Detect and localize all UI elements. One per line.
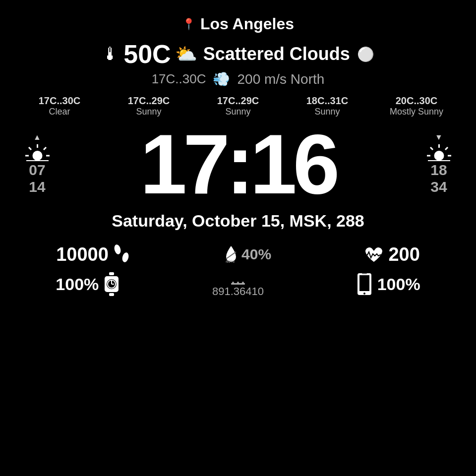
svg-rect-19	[109, 293, 114, 296]
humidity-row: 40% 40%	[224, 245, 271, 264]
forecast-cond-4: Mostly Sunny	[390, 107, 443, 117]
stats-row-2: 100% 891.36410	[10, 270, 466, 298]
barometer-item: 891.36410	[212, 270, 264, 298]
forecast-range-2: 17C..29C	[217, 95, 259, 107]
humidity-value: 40%	[241, 246, 271, 263]
phone-battery-item: 100%	[356, 272, 420, 296]
watch-battery-item: 100%	[56, 272, 120, 296]
wind-icon: 💨	[213, 71, 230, 87]
heart-rate-item: 200	[363, 244, 419, 265]
weather-main: 🌡 50C ⛅ Scattered Clouds ⚪	[102, 39, 374, 69]
svg-line-3	[44, 147, 46, 150]
sunrise-hour: 07	[29, 162, 45, 178]
wind-info: 200 m/s North	[237, 71, 324, 87]
forecast-range-4: 20C..30C	[396, 95, 438, 107]
steps-icon	[113, 243, 131, 265]
temp-range: 17C..30C	[152, 71, 206, 87]
svg-line-2	[29, 147, 31, 150]
forecast-cond-3: Sunny	[314, 107, 340, 117]
svg-point-28	[363, 293, 365, 295]
forecast-item-2: 17C..29C Sunny	[193, 95, 283, 117]
sunrise-arrow: ▲	[33, 133, 41, 142]
location-name: Los Angeles	[200, 15, 294, 33]
stats-row-1: 10000 40% 40%	[10, 243, 466, 265]
sunset-arrow: ▼	[435, 133, 443, 142]
forecast-range-3: 18C..31C	[306, 95, 349, 107]
thermometer-icon: 🌡	[102, 44, 119, 64]
forecast-range-0: 17C..30C	[39, 95, 81, 107]
cloud-icon: ⛅	[175, 44, 197, 64]
svg-point-0	[32, 151, 42, 161]
svg-rect-29	[362, 273, 367, 274]
date-display: Saturday, October 15, MSK, 288	[112, 211, 364, 231]
clock-area: ▲ 07 14 17:16 ▼	[10, 122, 466, 206]
forecast-item-3: 18C..31C Sunny	[283, 95, 372, 117]
heart-rate-value: 200	[388, 244, 419, 265]
forecast-item-0: 17C..30C Clear	[15, 95, 104, 117]
sunrise-panel: ▲ 07 14	[10, 133, 64, 195]
sunset-icon	[425, 142, 453, 162]
barometer-value: 891.36410	[212, 285, 264, 298]
phone-battery-value: 100%	[377, 275, 420, 294]
forecast-row: 17C..30C Clear 17C..29C Sunny 17C..29C S…	[10, 95, 466, 117]
sunset-panel: ▼ 18 34	[412, 133, 466, 195]
forecast-cond-1: Sunny	[136, 107, 161, 117]
sunset-hour: 18	[430, 162, 447, 178]
moon-icon: ⚪	[357, 46, 374, 62]
svg-line-9	[430, 147, 433, 150]
sunrise-minutes: 14	[29, 178, 45, 195]
svg-point-15	[121, 252, 129, 263]
forecast-cond-2: Sunny	[225, 107, 250, 117]
watch-battery-value: 100%	[56, 275, 99, 294]
sunset-minutes: 34	[430, 178, 447, 195]
location-icon: 📍	[182, 18, 195, 31]
svg-point-7	[434, 151, 444, 161]
svg-rect-27	[359, 275, 369, 291]
weather-sub: 17C..30C 💨 200 m/s North	[152, 71, 325, 87]
svg-rect-18	[109, 272, 114, 275]
svg-line-10	[445, 147, 448, 150]
main-temp: 50C	[123, 39, 171, 69]
forecast-item-1: 17C..29C Sunny	[104, 95, 193, 117]
forecast-range-1: 17C..29C	[128, 95, 170, 107]
svg-rect-25	[231, 283, 245, 285]
sunrise-icon	[24, 142, 51, 162]
center-block: 40% 40%	[224, 245, 271, 264]
clock-display: 17:16	[64, 122, 412, 206]
steps-item: 10000	[56, 243, 131, 265]
humidity-icon: 40%	[224, 245, 238, 264]
watch-icon	[103, 272, 120, 296]
svg-point-14	[113, 244, 121, 255]
steps-value: 10000	[56, 244, 109, 265]
phone-icon	[356, 272, 373, 296]
weather-description: Scattered Clouds	[203, 44, 350, 64]
forecast-item-4: 20C..30C Mostly Sunny	[372, 95, 461, 117]
barometer-icon	[229, 270, 247, 285]
location-row: 📍 Los Angeles	[182, 15, 294, 33]
heart-rate-icon	[363, 245, 384, 264]
svg-text:40%: 40%	[226, 259, 235, 264]
forecast-cond-0: Clear	[49, 107, 70, 117]
